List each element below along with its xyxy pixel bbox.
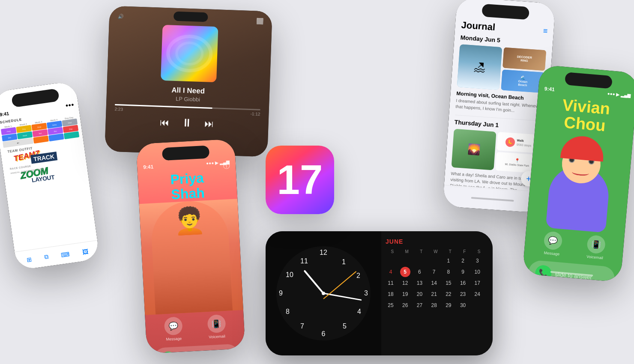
clock-num-6: 6 (322, 330, 326, 338)
cal-day-20: 20 (414, 289, 425, 299)
cal-day-15: 15 (443, 278, 454, 288)
clock-num-12: 12 (320, 249, 327, 257)
location-text: Mt. Diablo State Park (505, 163, 529, 168)
cal-day-10: 10 (472, 267, 482, 277)
priya-name-text: Priya Shah (138, 169, 237, 204)
walk-info: Walk 9560 steps (517, 139, 532, 148)
voicemail-action[interactable]: 📳 Voicemail (207, 314, 226, 339)
tab-icon-1: ⊞ (26, 256, 32, 263)
message-action[interactable]: 💬 Message (164, 317, 183, 342)
cal-day-empty-4 (429, 256, 439, 266)
cal-day-27: 27 (414, 300, 425, 310)
journal-title: Journal (461, 19, 496, 33)
journal-photo-diablo: 🌄 (452, 129, 496, 170)
priya-phone: 9:41 ●●● ▶ ▂▄▆ Priya Shah 🧑‍🦱 ⓘ 💬 Messag… (136, 139, 245, 353)
journal-photo-beach: 🏖 (457, 44, 502, 90)
watch-calendar: 12 1 2 3 4 5 6 7 8 9 10 11 JUNE S M T W (266, 231, 493, 355)
message-icon: 💬 (164, 317, 182, 336)
clock-num-4: 4 (357, 308, 361, 316)
cal-day-12: 12 (400, 278, 410, 288)
cal-day-empty-1 (386, 256, 396, 266)
vivian-screen: 9:41 ●●● ▶ ▂▄▆ Vivian Chou (522, 65, 634, 282)
pause-button[interactable]: ⏸ (181, 116, 193, 130)
tab-icon-3: ⌨ (60, 251, 70, 259)
info-button[interactable]: ⓘ (223, 161, 230, 171)
vivian-message-action[interactable]: 💬 Message (543, 231, 563, 256)
calendar-grid: S M T W T F S 1 2 3 4 5 6 7 8 9 10 11 12 (386, 248, 486, 310)
rewind-button[interactable]: ⏮ (160, 116, 170, 128)
vivian-voicemail-label: Voicemail (586, 254, 603, 260)
cal-day-19: 19 (400, 289, 410, 299)
vivian-voicemail-action[interactable]: 📳 Voicemail (586, 235, 606, 260)
journal-photos-1: 🏖 DECODERRING 🌊 OceanBeach (457, 44, 546, 93)
cal-day-2: 2 (458, 256, 468, 266)
music-album-art (161, 25, 218, 82)
cal-header-m: M (400, 248, 414, 255)
forward-button[interactable]: ⏭ (204, 118, 214, 130)
cal-day-7: 7 (429, 267, 439, 277)
cal-day-11: 11 (386, 278, 396, 288)
cal-day-29: 29 (443, 300, 454, 310)
clock-num-5: 5 (343, 322, 347, 330)
vivian-message-label: Message (544, 251, 559, 256)
music-controls: ⏮ ⏸ ⏭ (105, 113, 269, 132)
cal-day-9: 9 (458, 267, 468, 277)
schedule-time: 9:41 (0, 111, 9, 117)
clock-center (322, 292, 325, 295)
cal-day-13: 13 (414, 278, 425, 288)
clock-circle: 12 1 2 3 4 5 6 7 8 9 10 11 (276, 246, 371, 340)
cal-day-24: 24 (472, 289, 482, 299)
priya-time: 9:41 (143, 164, 154, 170)
second-hand (323, 271, 356, 299)
priya-status-bar: 9:41 ●●● ▶ ▂▄▆ (136, 139, 236, 170)
priya-photo-area: 🧑‍🦱 (139, 199, 243, 315)
vivian-avatar-area (526, 132, 633, 234)
music-volume-icon: 🔊 (118, 14, 124, 19)
clock-num-3: 3 (364, 289, 368, 297)
music-screen: 🔊 ⬜ All I Need LP Giobbi 2:23 -1:12 ⏮ ⏸ … (105, 6, 272, 157)
call-actions: 💬 Message 📳 Voicemail (145, 310, 245, 346)
cal-day-23: 23 (458, 289, 468, 299)
cal-day-4: 4 (386, 267, 396, 277)
vivian-name-text: Vivian Chou (542, 95, 629, 137)
cal-header-s: S (386, 248, 399, 255)
vivian-message-icon: 💬 (543, 231, 563, 251)
vivian-memoji (537, 133, 622, 233)
priya-figure: 🧑‍🦱 (150, 200, 233, 315)
walk-icon: 🦶 (505, 137, 515, 147)
voicemail-icon: 📳 (207, 314, 226, 333)
cal-day-26: 26 (400, 300, 410, 310)
music-phone: 🔊 ⬜ All I Need LP Giobbi 2:23 -1:12 ⏮ ⏸ … (105, 6, 272, 157)
cal-day-3: 3 (472, 256, 482, 266)
sticker-area: Team Outfit TEAMZ ZOOM RACE COURSE ANNUA… (4, 140, 92, 235)
cal-day-28: 28 (429, 300, 439, 310)
journal-menu-icon[interactable]: ≡ (543, 26, 548, 36)
priya-screen: 9:41 ●●● ▶ ▂▄▆ Priya Shah 🧑‍🦱 ⓘ 💬 Messag… (136, 139, 245, 353)
schedule-icons: ●●● (65, 101, 74, 108)
cal-day-21: 21 (429, 289, 439, 299)
memoji-smile (572, 169, 589, 176)
journal-photos-2: 🌄 🦶 Walk 9560 steps 📍 Mt. Diablo State (452, 129, 541, 173)
cal-header-t1: T (414, 248, 428, 255)
cal-header-f: F (458, 248, 472, 255)
time-remaining: -1:12 (250, 111, 260, 116)
vivian-time: 9:41 (544, 86, 555, 92)
walk-steps: 9560 steps (517, 143, 532, 147)
calendar-panel: JUNE S M T W T F S 1 2 3 4 5 6 7 8 9 10 (381, 231, 493, 355)
journal-photo-decoder: DECODERRING (502, 47, 546, 71)
tab-icon-4: 🖼 (82, 248, 89, 256)
hour-hand (303, 270, 324, 294)
cal-day-empty-last (472, 300, 482, 310)
vivian-phone: 9:41 ●●● ▶ ▂▄▆ Vivian Chou (522, 65, 634, 282)
tab-icon-2: ⧉ (44, 253, 49, 261)
music-battery: ⬜ (256, 18, 264, 25)
message-label: Message (166, 337, 182, 342)
cal-day-14: 14 (429, 278, 439, 288)
cal-day-30: 30 (458, 300, 468, 310)
vivian-voicemail-icon: 📳 (586, 235, 606, 254)
cal-header-s2: S (472, 248, 486, 255)
cal-day-8: 8 (443, 267, 454, 277)
ios17-icon: 17 (266, 146, 334, 214)
clock-num-2: 2 (356, 272, 360, 280)
clock-num-1: 1 (342, 258, 346, 266)
